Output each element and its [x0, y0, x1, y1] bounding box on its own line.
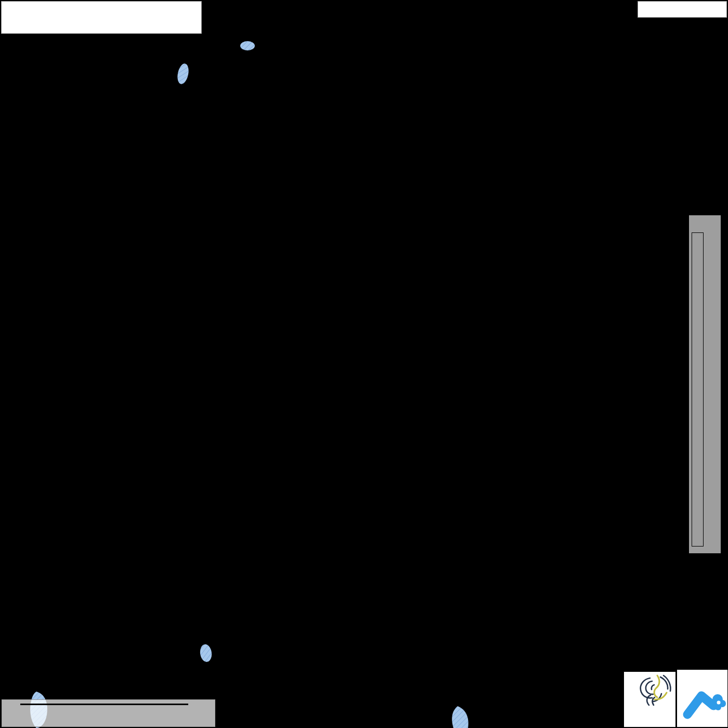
title-box	[1, 1, 202, 34]
map-canvas	[0, 0, 728, 728]
geosphere-logo-mark	[624, 672, 675, 727]
legend-color-bar	[692, 232, 704, 547]
distance-scalebar	[2, 699, 215, 727]
wind-speed-legend	[689, 215, 721, 553]
wind-forecast-map	[0, 0, 728, 728]
model-label	[638, 1, 727, 18]
mountain-cloud-icon	[677, 670, 727, 727]
scalebar-ruler	[20, 704, 188, 705]
geosphere-logo	[624, 672, 675, 727]
partner-logo	[677, 670, 727, 727]
